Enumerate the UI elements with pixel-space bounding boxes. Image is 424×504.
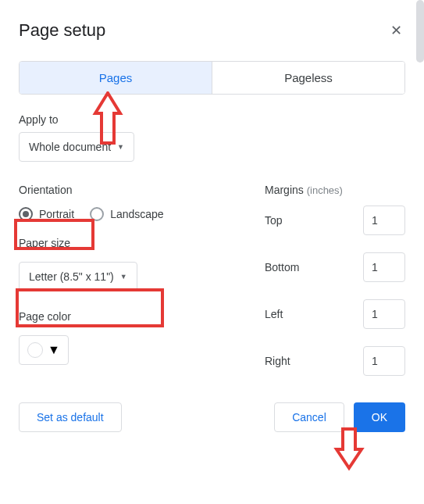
margins-label: Margins (inches) xyxy=(265,184,405,196)
margin-top-label: Top xyxy=(265,214,283,227)
apply-to-dropdown[interactable]: Whole document ▼ xyxy=(19,132,134,162)
margin-top-input[interactable] xyxy=(363,206,405,235)
tab-pages[interactable]: Pages xyxy=(20,62,212,94)
footer-right: Cancel OK xyxy=(274,402,405,432)
close-icon: ✕ xyxy=(390,23,402,38)
scrollbar[interactable] xyxy=(416,0,424,63)
page-color-section: Page color ▼ xyxy=(19,310,241,365)
dialog-header: Page setup ✕ xyxy=(19,19,405,42)
apply-to-label: Apply to xyxy=(19,113,405,126)
portrait-label: Portrait xyxy=(39,208,74,220)
margin-right-row: Right xyxy=(265,346,405,376)
page-color-label: Page color xyxy=(19,310,241,323)
margin-top-row: Top xyxy=(265,206,405,235)
margin-left-label: Left xyxy=(265,308,283,320)
caret-down-icon: ▼ xyxy=(117,143,124,151)
paper-size-value: Letter (8.5" x 11") xyxy=(29,270,114,283)
apply-to-section: Apply to Whole document ▼ xyxy=(19,113,405,162)
close-button[interactable]: ✕ xyxy=(387,19,405,42)
tabs: Pages Pageless xyxy=(19,61,405,95)
apply-to-value: Whole document xyxy=(29,141,111,153)
orientation-landscape-radio[interactable]: Landscape xyxy=(90,207,164,221)
orientation-portrait-radio[interactable]: Portrait xyxy=(19,207,74,221)
margin-left-row: Left xyxy=(265,299,405,329)
right-column: Margins (inches) Top Bottom Left Right xyxy=(265,184,405,393)
paper-size-label: Paper size xyxy=(19,237,241,249)
orientation-options: Portrait Landscape xyxy=(19,207,241,221)
set-as-default-button[interactable]: Set as default xyxy=(19,402,122,432)
color-swatch-icon xyxy=(27,342,43,358)
ok-button[interactable]: OK xyxy=(354,402,405,432)
radio-checked-icon xyxy=(19,207,33,221)
dialog-title: Page setup xyxy=(19,20,105,41)
paper-size-section: Paper size Letter (8.5" x 11") ▼ xyxy=(19,237,241,291)
page-color-dropdown[interactable]: ▼ xyxy=(19,335,69,365)
dialog-footer: Set as default Cancel OK xyxy=(19,402,405,432)
margins-unit: (inches) xyxy=(307,184,343,196)
margin-right-label: Right xyxy=(265,355,290,367)
cancel-button[interactable]: Cancel xyxy=(274,402,344,432)
margin-bottom-input[interactable] xyxy=(363,252,405,282)
caret-down-icon: ▼ xyxy=(120,273,127,281)
left-column: Orientation Portrait Landscape Paper siz… xyxy=(19,184,241,393)
landscape-label: Landscape xyxy=(110,208,164,220)
page-setup-dialog: Page setup ✕ Pages Pageless Apply to Who… xyxy=(0,0,424,451)
radio-unchecked-icon xyxy=(90,207,104,221)
margin-bottom-label: Bottom xyxy=(265,261,299,273)
margins-text: Margins xyxy=(265,184,304,196)
margin-right-input[interactable] xyxy=(363,346,405,376)
margin-left-input[interactable] xyxy=(363,299,405,329)
main-columns: Orientation Portrait Landscape Paper siz… xyxy=(19,184,405,393)
paper-size-dropdown[interactable]: Letter (8.5" x 11") ▼ xyxy=(19,262,137,291)
orientation-label: Orientation xyxy=(19,184,241,196)
caret-down-icon: ▼ xyxy=(48,343,60,357)
orientation-section: Orientation Portrait Landscape xyxy=(19,184,241,221)
margin-bottom-row: Bottom xyxy=(265,252,405,282)
tab-pageless[interactable]: Pageless xyxy=(212,62,404,94)
